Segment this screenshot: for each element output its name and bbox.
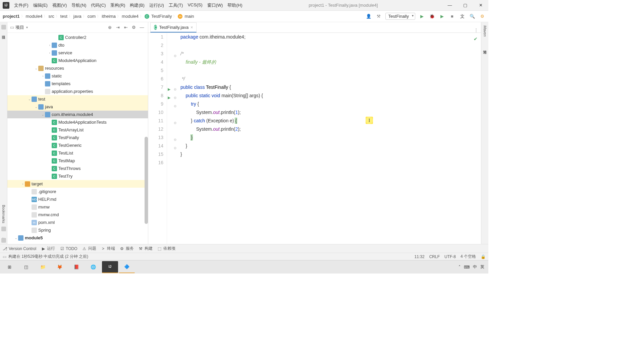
- fold-marker-icon[interactable]: ⊖: [174, 144, 176, 152]
- project-tool-tab[interactable]: 项目: [0, 31, 7, 35]
- tree-node[interactable]: CTestMap: [7, 157, 148, 165]
- code-line[interactable]: finally - 最终的: [180, 58, 481, 66]
- tree-node[interactable]: ›dto: [7, 41, 148, 49]
- tray-keyboard-icon[interactable]: ⌨: [464, 265, 470, 269]
- file-encoding[interactable]: UTF-8: [444, 254, 456, 259]
- bottom-tool-构建[interactable]: ⚒构建: [139, 246, 153, 251]
- menu-item[interactable]: 帮助(H): [225, 1, 244, 10]
- tree-node[interactable]: application.properties: [7, 87, 148, 95]
- code-line[interactable]: System.out.println(1);: [180, 108, 481, 117]
- firefox-button[interactable]: 🦊: [52, 261, 68, 273]
- close-button[interactable]: ✕: [473, 0, 488, 11]
- bookmarks-tool-icon[interactable]: [1, 227, 6, 231]
- code-line[interactable]: public static void main(String[] args) {: [180, 92, 481, 100]
- tree-chevron-icon[interactable]: ⌄: [41, 113, 45, 116]
- tree-node[interactable]: mpom.xml: [7, 219, 148, 226]
- code-line[interactable]: }: [180, 133, 481, 142]
- tree-chevron-icon[interactable]: ›: [41, 74, 45, 78]
- menu-item[interactable]: 构建(B): [128, 1, 146, 10]
- code-line[interactable]: } catch (Exception e) {: [180, 117, 481, 125]
- code-line[interactable]: [180, 41, 481, 50]
- tree-node[interactable]: templates: [7, 80, 148, 87]
- code-line[interactable]: public class TestFinally {: [180, 83, 481, 92]
- menu-item[interactable]: 工具(T): [167, 1, 185, 10]
- expand-all-icon[interactable]: ⇥: [114, 24, 121, 31]
- tree-chevron-icon[interactable]: ⌄: [34, 105, 38, 109]
- explorer-button[interactable]: 📁: [35, 261, 51, 273]
- editor-tab-testfinally[interactable]: C TestFinally.java ×: [150, 22, 197, 33]
- tree-node[interactable]: ⌄resources: [7, 64, 148, 72]
- menu-item[interactable]: 编辑(E): [31, 1, 50, 10]
- code-line[interactable]: }: [180, 150, 481, 159]
- fold-marker-icon[interactable]: ⊖: [174, 85, 176, 94]
- bottom-tool-version-control[interactable]: ⎇Version Control: [3, 246, 36, 251]
- breadcrumb-item[interactable]: module4: [122, 14, 139, 19]
- run-gutter[interactable]: ▶▶: [167, 33, 173, 244]
- caret-position[interactable]: 11:32: [415, 254, 425, 259]
- structure-tool-icon-2[interactable]: [1, 238, 6, 243]
- tree-scrollbar-thumb[interactable]: [145, 137, 148, 224]
- code-line[interactable]: /*: [180, 50, 481, 58]
- tree-node[interactable]: Spring: [7, 226, 148, 234]
- menu-item[interactable]: 运行(U): [147, 1, 166, 10]
- tree-node[interactable]: mvnw: [7, 203, 148, 211]
- tree-chevron-icon[interactable]: ⌄: [34, 67, 38, 70]
- breadcrumb[interactable]: project1〉module4〉src〉test〉java〉com〉ithei…: [3, 14, 365, 19]
- tree-node[interactable]: .gitignore: [7, 188, 148, 195]
- readonly-lock-icon[interactable]: 🔒: [481, 254, 486, 259]
- tree-node[interactable]: CTestArrayList: [7, 126, 148, 134]
- tree-chevron-icon[interactable]: ›: [48, 44, 52, 47]
- breadcrumb-item[interactable]: itheima: [102, 14, 116, 19]
- hide-panel-icon[interactable]: —: [139, 24, 145, 31]
- inspection-ok-icon[interactable]: ✔: [474, 35, 478, 43]
- breadcrumb-item[interactable]: main: [184, 14, 194, 19]
- fold-gutter[interactable]: ⊖⊖⊖⊖⊖⊖⊖: [173, 33, 178, 244]
- tree-node[interactable]: CTestTry: [7, 172, 148, 180]
- code-line[interactable]: [180, 66, 481, 75]
- debug-button[interactable]: 🐞: [429, 13, 435, 20]
- collapse-all-icon[interactable]: ⇤: [122, 24, 129, 31]
- menu-item[interactable]: 文件(F): [12, 1, 31, 10]
- coverage-button[interactable]: ▶: [439, 13, 445, 20]
- edge-button[interactable]: 🌐: [85, 261, 101, 273]
- tree-node[interactable]: CTestThrows: [7, 165, 148, 172]
- bottom-tool-终端[interactable]: >终端: [101, 246, 115, 251]
- tree-node[interactable]: ⌄test: [7, 95, 148, 103]
- tray-chevron-icon[interactable]: ˄: [459, 265, 461, 269]
- ime-indicator-2[interactable]: 英: [480, 264, 484, 270]
- start-button[interactable]: ⊞: [1, 261, 17, 273]
- structure-tool-icon[interactable]: [1, 25, 6, 29]
- menu-item[interactable]: 导航(N): [69, 1, 88, 10]
- breadcrumb-item[interactable]: TestFinally: [151, 14, 172, 19]
- breadcrumb-item[interactable]: module4: [26, 14, 43, 19]
- tree-node[interactable]: ›target: [7, 180, 148, 188]
- code-line[interactable]: System.out.println(2);: [180, 125, 481, 133]
- project-settings-icon[interactable]: ⚙: [130, 24, 137, 31]
- task-view-button[interactable]: ◫: [18, 261, 34, 273]
- run-button[interactable]: ▶: [419, 13, 425, 20]
- project-view-dropdown[interactable]: ▾: [26, 25, 28, 29]
- tree-chevron-icon[interactable]: ⌄: [28, 98, 32, 101]
- breadcrumb-item[interactable]: src: [48, 14, 54, 19]
- code-line[interactable]: [180, 159, 481, 167]
- tree-node[interactable]: ›static: [7, 72, 148, 80]
- breadcrumb-item[interactable]: java: [73, 14, 82, 19]
- add-user-icon[interactable]: 👤: [365, 13, 372, 20]
- indent-setting[interactable]: 4 个空格: [461, 254, 476, 259]
- bottom-tool-服务[interactable]: ⚙服务: [120, 246, 134, 251]
- settings-icon[interactable]: ⚙: [479, 13, 486, 20]
- gutter-run-icon[interactable]: ▶: [168, 85, 170, 94]
- intellij-button[interactable]: IJ: [102, 261, 118, 273]
- bookmarks-tool-tab[interactable]: Bookmarks: [1, 203, 6, 225]
- app-button[interactable]: 🔷: [119, 261, 135, 273]
- bottom-tool-todo[interactable]: ☑TODO: [60, 246, 77, 251]
- fold-marker-icon[interactable]: ⊖: [174, 94, 176, 102]
- breadcrumb-item[interactable]: project1: [3, 14, 20, 19]
- line-separator[interactable]: CRLF: [429, 254, 440, 259]
- fold-marker-icon[interactable]: ⊖: [174, 102, 176, 110]
- maximize-button[interactable]: ▢: [458, 0, 473, 11]
- code-line[interactable]: */: [180, 75, 481, 83]
- select-opened-file-icon[interactable]: ⊕: [106, 24, 113, 31]
- search-icon[interactable]: 🔍: [469, 13, 476, 20]
- code-line[interactable]: }: [180, 142, 481, 150]
